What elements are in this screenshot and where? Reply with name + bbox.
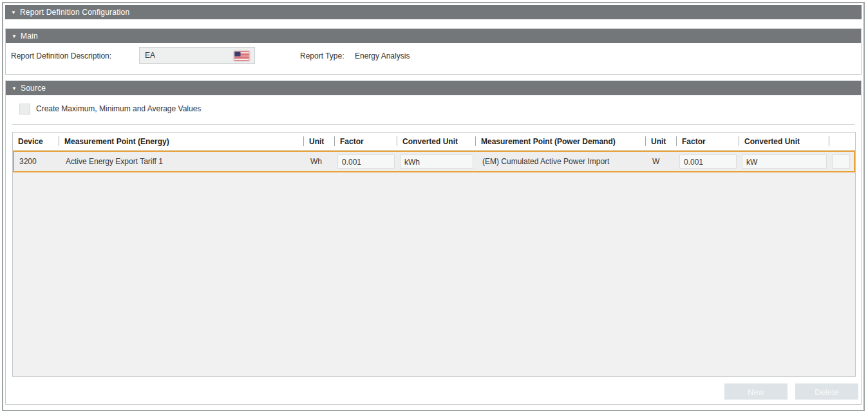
- column-header-mp-power-demand[interactable]: Measurement Point (Power Demand): [476, 133, 646, 150]
- source-section: ▼ Source Create Maximum, Minimum and Ave…: [5, 80, 862, 405]
- main-section: ▼ Main Report Definition Description: Re…: [5, 28, 862, 75]
- column-header-converted-unit-power[interactable]: Converted Unit: [739, 133, 829, 150]
- create-max-min-avg-checkbox[interactable]: [19, 104, 30, 115]
- cell-factor-energy[interactable]: 0.001: [336, 154, 399, 169]
- table-header-row: Device Measurement Point (Energy) Unit F…: [13, 133, 855, 151]
- new-button[interactable]: New: [724, 383, 788, 400]
- report-definition-configuration-header[interactable]: ▼ Report Definition Configuration: [5, 5, 862, 19]
- cell-converted-unit-power[interactable]: kW: [741, 154, 831, 169]
- main-section-title: Main: [21, 32, 38, 41]
- column-header-factor-power[interactable]: Factor: [677, 133, 739, 150]
- cell-unit-power: W: [647, 157, 678, 166]
- report-type-value: Energy Analysis: [355, 51, 410, 60]
- cell-device: 3200: [14, 157, 61, 166]
- main-section-header[interactable]: ▼ Main: [6, 29, 861, 43]
- divider: [12, 124, 854, 125]
- column-header-unit-power[interactable]: Unit: [646, 133, 677, 150]
- measurement-points-table: Device Measurement Point (Energy) Unit F…: [12, 132, 856, 377]
- column-header-unit-energy[interactable]: Unit: [304, 133, 335, 150]
- cell-factor-power[interactable]: 0.001: [678, 154, 741, 169]
- table-row-selected[interactable]: 3200 Active Energy Export Tariff 1 Wh 0.…: [13, 151, 855, 172]
- create-max-min-avg-label: Create Maximum, Minimum and Average Valu…: [36, 104, 201, 113]
- cell-converted-unit-energy[interactable]: kWh: [399, 154, 477, 169]
- report-definition-panel: ▼ Report Definition Configuration ▼ Main…: [2, 2, 865, 411]
- report-type-label: Report Type:: [300, 51, 344, 60]
- column-header-factor-energy[interactable]: Factor: [335, 133, 397, 150]
- cell-mp-energy: Active Energy Export Tariff 1: [61, 157, 305, 166]
- delete-button[interactable]: Delete: [795, 383, 858, 400]
- us-flag-icon: [234, 51, 249, 60]
- panel-title: Report Definition Configuration: [20, 8, 129, 17]
- cell-unit-energy: Wh: [305, 157, 336, 166]
- source-section-header[interactable]: ▼ Source: [6, 81, 861, 95]
- source-section-title: Source: [21, 84, 46, 93]
- cell-mp-power: (EM) Cumulated Active Power Import: [477, 157, 647, 166]
- column-header-spacer: [829, 133, 855, 150]
- column-header-converted-unit-energy[interactable]: Converted Unit: [397, 133, 476, 150]
- collapse-triangle-icon: ▼: [11, 10, 20, 15]
- description-label: Report Definition Description:: [11, 51, 111, 60]
- collapse-triangle-icon: ▼: [12, 33, 21, 39]
- collapse-triangle-icon: ▼: [12, 86, 21, 91]
- column-header-device[interactable]: Device: [13, 133, 59, 150]
- column-header-mp-energy[interactable]: Measurement Point (Energy): [59, 133, 304, 150]
- cell-spacer: [831, 154, 854, 169]
